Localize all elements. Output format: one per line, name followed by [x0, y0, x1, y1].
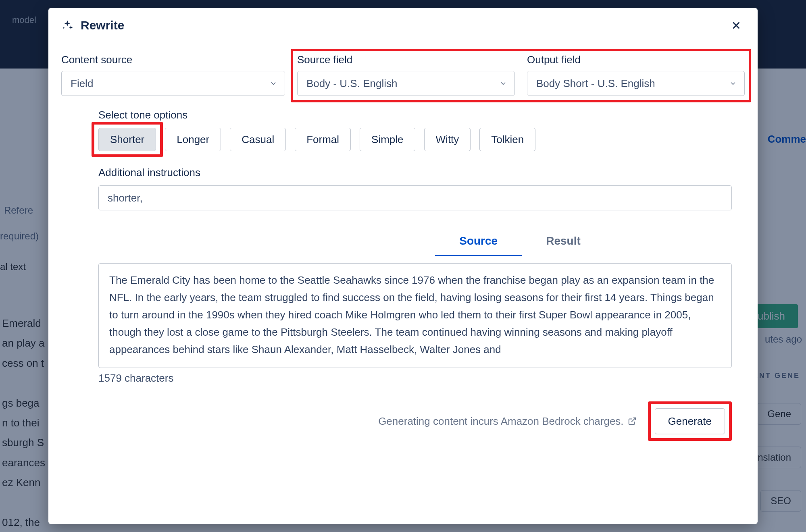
source-field-label: Source field — [297, 54, 515, 66]
source-field-group: Source field Body - U.S. English — [297, 54, 515, 96]
content-source-group: Content source Field — [61, 54, 285, 98]
output-field-value: Body Short - U.S. English — [536, 77, 655, 90]
chevron-down-icon — [499, 79, 507, 87]
output-field-label: Output field — [527, 54, 745, 66]
source-result-tabs: Source Result — [98, 229, 732, 256]
tone-chip-casual[interactable]: Casual — [230, 128, 286, 151]
tone-chip-witty[interactable]: Witty — [424, 128, 471, 151]
tab-result[interactable]: Result — [522, 229, 605, 256]
additional-instructions-label: Additional instructions — [98, 166, 732, 179]
content-source-value: Field — [71, 77, 93, 90]
content-source-select[interactable]: Field — [61, 71, 285, 96]
source-field-select[interactable]: Body - U.S. English — [297, 71, 515, 96]
source-field-value: Body - U.S. English — [306, 77, 397, 90]
bedrock-cost-note[interactable]: Generating content incurs Amazon Bedrock… — [378, 415, 636, 428]
tone-chip-simple[interactable]: Simple — [360, 128, 415, 151]
modal-header: Rewrite — [48, 8, 758, 43]
character-count: 1579 characters — [98, 372, 732, 384]
external-link-icon — [628, 417, 637, 426]
sparkle-icon — [61, 19, 73, 31]
output-field-group: Output field Body Short - U.S. English — [527, 54, 745, 96]
output-field-select[interactable]: Body Short - U.S. English — [527, 71, 745, 96]
tone-options-label: Select tone options — [98, 109, 732, 121]
chevron-down-icon — [269, 79, 277, 87]
tone-chip-longer[interactable]: Longer — [165, 128, 221, 151]
tone-options-row: Shorter Longer Casual Formal Simple Witt… — [98, 128, 732, 151]
chevron-down-icon — [729, 79, 737, 87]
bedrock-note-text: Generating content incurs Amazon Bedrock… — [378, 415, 623, 428]
tab-source[interactable]: Source — [435, 229, 522, 256]
rewrite-modal: Rewrite Content source Field Source fiel… — [48, 8, 758, 524]
tone-chip-shorter[interactable]: Shorter — [98, 128, 156, 151]
source-text-box[interactable]: The Emerald City has been home to the Se… — [98, 263, 732, 368]
close-icon — [730, 19, 742, 31]
tone-chip-formal[interactable]: Formal — [295, 128, 351, 151]
close-button[interactable] — [728, 17, 745, 34]
generate-button[interactable]: Generate — [655, 408, 725, 434]
tone-chip-tolkien[interactable]: Tolkien — [479, 128, 535, 151]
modal-title: Rewrite — [81, 19, 728, 32]
modal-body: Content source Field Source field Body -… — [48, 43, 758, 524]
content-source-label: Content source — [61, 54, 285, 66]
additional-instructions-input[interactable]: shorter, — [98, 185, 732, 210]
